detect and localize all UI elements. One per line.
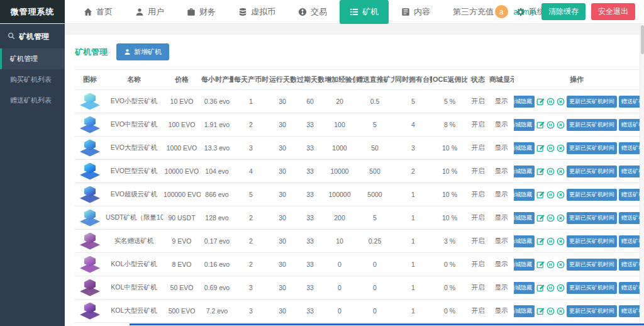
search-icon <box>8 32 15 42</box>
logout-button[interactable]: 安全退出 <box>591 3 635 20</box>
gift-miner-button[interactable]: 赠送矿机 <box>619 235 640 247</box>
cell-mall-display: 显示 <box>489 160 514 183</box>
pause-icon[interactable] <box>547 167 555 176</box>
row-actions: 商城隐藏 更新已买矿机时间 赠送矿机 <box>514 305 639 317</box>
update-bought-time-button[interactable]: 更新已买矿机时间 <box>567 305 617 317</box>
gift-miner-button[interactable]: 赠送矿机 <box>619 305 640 317</box>
edit-icon[interactable] <box>536 237 545 245</box>
avatar[interactable]: a <box>495 5 508 18</box>
edit-icon[interactable] <box>536 214 545 222</box>
nav-item-home[interactable]: 首页 <box>74 0 123 24</box>
mall-hide-button[interactable]: 商城隐藏 <box>514 96 535 108</box>
mall-hide-button[interactable]: 商城隐藏 <box>514 235 535 247</box>
close-icon[interactable] <box>557 307 565 315</box>
pause-icon[interactable] <box>547 237 555 245</box>
page-head: 矿机管理 新增矿机 <box>75 43 633 60</box>
cell-daily-hours: 2 <box>233 206 269 230</box>
clear-cache-button[interactable]: 清除缓存 <box>541 3 586 20</box>
update-bought-time-button[interactable]: 更新已买矿机时间 <box>567 212 617 224</box>
mall-hide-button[interactable]: 商城隐藏 <box>514 166 535 177</box>
edit-icon[interactable] <box>536 121 545 129</box>
close-icon[interactable] <box>557 261 565 269</box>
cell-price: 90 USDT <box>163 206 201 230</box>
update-bought-time-button[interactable]: 更新已买矿机时间 <box>567 96 617 108</box>
gift-miner-button[interactable]: 赠送矿机 <box>619 282 640 294</box>
sidebar-item-miner-manage[interactable]: 矿机管理 <box>0 48 65 69</box>
cell-name: EVO超级云矿机 <box>105 183 163 206</box>
nav-item-content[interactable]: 内容 <box>391 0 440 24</box>
mall-hide-button[interactable]: 商城隐藏 <box>514 189 535 201</box>
cell-oce-ratio: 10 % <box>432 183 467 206</box>
mall-hide-button[interactable]: 商城隐藏 <box>514 259 535 271</box>
edit-icon[interactable] <box>536 144 545 152</box>
cell-hourly-output: 0.69 evo <box>201 276 233 300</box>
col-header-gift-power: 赠送直推矿力 <box>355 70 394 90</box>
edit-icon[interactable] <box>536 284 545 292</box>
close-icon[interactable] <box>557 214 565 222</box>
sidebar-item-purchased-miner-list[interactable]: 购买矿机列表 <box>0 69 65 90</box>
gift-miner-button[interactable]: 赠送矿机 <box>619 212 640 224</box>
edit-icon[interactable] <box>536 307 545 315</box>
edit-icon[interactable] <box>536 191 545 199</box>
pause-icon[interactable] <box>547 121 555 129</box>
page-title: 矿机管理 <box>75 47 108 58</box>
cell-name: KOL大型云矿机 <box>105 300 163 323</box>
cell-expire-days: 60 <box>296 90 324 113</box>
mall-hide-button[interactable]: 商城隐藏 <box>514 305 535 317</box>
cell-max-owned: 3 <box>394 137 432 160</box>
edit-icon[interactable] <box>536 98 545 106</box>
gift-miner-button[interactable]: 赠送矿机 <box>619 142 640 154</box>
gift-miner-button[interactable]: 赠送矿机 <box>619 189 640 201</box>
pause-icon[interactable] <box>547 191 555 199</box>
cell-daily-hours: 1 <box>233 90 269 113</box>
nav-item-finance[interactable]: 财务 <box>177 0 226 24</box>
mall-hide-button[interactable]: 商城隐藏 <box>514 142 535 154</box>
cell-hourly-output: 104 evo <box>201 160 233 183</box>
cell-gift-power: 0 <box>355 276 394 300</box>
edit-icon[interactable] <box>536 167 545 176</box>
update-bought-time-button[interactable]: 更新已买矿机时间 <box>567 282 617 294</box>
pause-icon[interactable] <box>547 98 555 106</box>
update-bought-time-button[interactable]: 更新已买矿机时间 <box>567 119 617 131</box>
nav-item-trade[interactable]: 交易 <box>288 0 337 24</box>
update-bought-time-button[interactable]: 更新已买矿机时间 <box>567 235 617 247</box>
update-bought-time-button[interactable]: 更新已买矿机时间 <box>567 142 617 154</box>
pause-icon[interactable] <box>547 284 555 292</box>
add-miner-button[interactable]: 新增矿机 <box>116 43 169 60</box>
update-bought-time-button[interactable]: 更新已买矿机时间 <box>567 189 617 201</box>
mall-hide-button[interactable]: 商城隐藏 <box>514 119 535 131</box>
close-icon[interactable] <box>557 98 565 106</box>
table-row: EVO大型云矿机 1000 EVO 13.3 evo 3 30 33 1000 … <box>75 137 640 160</box>
close-icon[interactable] <box>557 121 565 129</box>
cell-run-days: 30 <box>269 276 296 300</box>
gift-miner-button[interactable]: 赠送矿机 <box>619 96 640 108</box>
cell-mall-display: 显示 <box>489 183 514 206</box>
edit-icon[interactable] <box>536 261 545 269</box>
update-bought-time-button[interactable]: 更新已买矿机时间 <box>567 166 617 177</box>
sidebar-item-label: 购买矿机列表 <box>10 76 52 83</box>
sidebar-item-gifted-miner-list[interactable]: 赠送矿机列表 <box>0 90 65 111</box>
nav-item-users[interactable]: 用户 <box>125 0 174 24</box>
close-icon[interactable] <box>557 144 565 152</box>
nav-item-virtual-coin[interactable]: 虚拟币 <box>228 0 286 24</box>
scrollbar-thumb[interactable] <box>641 25 644 54</box>
close-icon[interactable] <box>557 191 565 199</box>
pause-icon[interactable] <box>547 214 555 222</box>
close-icon[interactable] <box>557 237 565 245</box>
pause-icon[interactable] <box>547 261 555 269</box>
close-icon[interactable] <box>557 284 565 292</box>
update-bought-time-button[interactable]: 更新已买矿机时间 <box>567 259 617 271</box>
nav-item-miner[interactable]: 矿机 <box>340 0 389 24</box>
cell-run-days: 30 <box>269 90 296 113</box>
close-icon[interactable] <box>557 167 565 176</box>
gift-miner-button[interactable]: 赠送矿机 <box>619 259 640 271</box>
pause-icon[interactable] <box>547 307 555 315</box>
cell-max-owned: 1 <box>394 276 432 300</box>
gift-miner-button[interactable]: 赠送矿机 <box>619 166 640 177</box>
vertical-scrollbar[interactable] <box>640 24 644 326</box>
gift-miner-button[interactable]: 赠送矿机 <box>619 119 640 131</box>
table-row: EVO中型云矿机 100 EVO 1.91 evo 2 30 33 100 5 … <box>75 113 640 137</box>
mall-hide-button[interactable]: 商城隐藏 <box>514 212 535 224</box>
pause-icon[interactable] <box>547 144 555 152</box>
mall-hide-button[interactable]: 商城隐藏 <box>514 282 535 294</box>
